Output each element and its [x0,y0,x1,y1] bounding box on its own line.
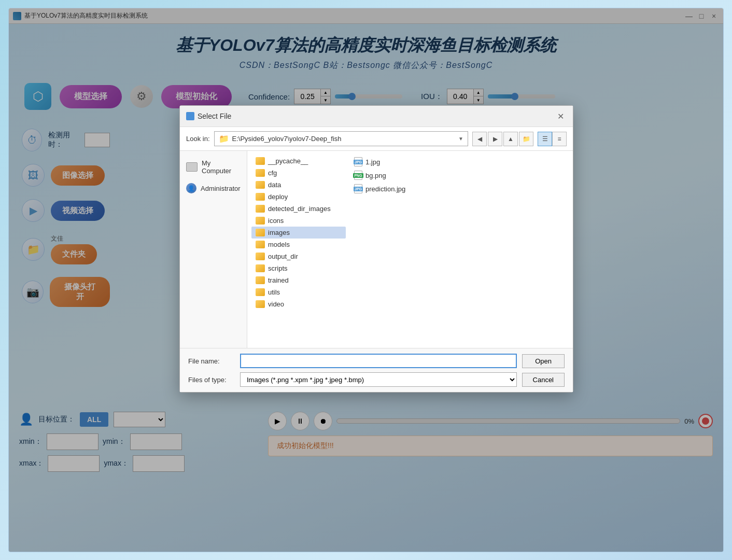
folder-column: __pycache__ cfg data deploy [251,155,350,344]
view-detail-button[interactable]: ≡ [552,132,567,146]
folder-item-images[interactable]: images [251,227,346,239]
dialog-body: My Computer 👤 Administrator __pycache__ [180,151,573,348]
folder-name-cfg: cfg [268,169,277,177]
filename-row: File name: Open [188,354,565,368]
view-list-button[interactable]: ☰ [538,132,552,146]
dialog-footer: File name: Open Files of type: Images (*… [180,348,573,392]
dialog-overlay: Select File ✕ Look in: 📁 E:\Pyside6_yolo… [9,8,723,552]
folder-name-pycache: __pycache__ [268,157,308,165]
folder-name-video: video [268,300,284,308]
computer-icon [186,162,198,172]
administrator-label: Administrator [201,185,241,192]
lookin-folder-icon: 📁 [219,134,229,144]
file-name-bgpng: bg.png [365,172,386,179]
lookin-arrow: ▼ [458,136,463,142]
folder-item-deploy[interactable]: deploy [251,191,346,203]
folder-icon-models [256,241,265,248]
nav-up-button[interactable]: ▲ [503,132,518,146]
file-item-bgpng[interactable]: PNG bg.png [350,169,569,182]
file-name-1jpg: 1.jpg [365,158,380,166]
folder-name-data: data [268,181,281,189]
folder-icon-output [256,253,265,260]
files-column: JPG 1.jpg PNG bg.png JPG prediction.jpg [350,155,569,344]
nav-new-folder-button[interactable]: 📁 [519,132,533,146]
folder-item-output[interactable]: output_dir [251,250,346,262]
filetype-label: Files of type: [188,376,235,384]
dialog-file-list: __pycache__ cfg data deploy [247,151,573,348]
folder-icon-pycache [256,157,265,165]
filetype-row: Files of type: Images (*.png *.xpm *.jpg… [188,372,565,387]
folder-name-images: images [268,229,290,236]
file-icon-1jpg: JPG [354,157,362,166]
folder-item-icons[interactable]: icons [251,215,346,227]
file-name-predictionjpg: prediction.jpg [365,185,405,193]
lookin-label: Look in: [186,135,210,143]
file-item-1jpg[interactable]: JPG 1.jpg [350,155,569,169]
folder-icon-deploy [256,193,265,201]
main-window: 基于YOLOv7算法的高精度实时目标检测系统 — □ × 基于YOLOv7算法的… [8,8,724,552]
file-icon-bgpng: PNG [354,171,362,180]
file-icon-predictionjpg: JPG [354,184,362,193]
nav-forward-button[interactable]: ▶ [488,132,502,146]
dialog-title-bar: Select File ✕ [180,106,573,127]
open-button[interactable]: Open [522,354,565,368]
folder-name-utils: utils [268,288,280,296]
view-buttons: ☰ ≡ [538,132,567,146]
dialog-title-icon [186,112,194,120]
folder-icon-icons [256,217,265,225]
mycomputer-label: My Computer [202,159,241,175]
folder-item-cfg[interactable]: cfg [251,167,346,179]
dialog-sidebar: My Computer 👤 Administrator [180,151,247,348]
lookin-path: E:\Pyside6_yolov7\yolov7-Deep_fish [232,135,456,143]
folder-name-icons: icons [268,217,284,225]
folder-icon-utils [256,288,265,296]
filename-input[interactable] [240,354,517,368]
folder-icon-cfg [256,169,265,177]
filename-label: File name: [188,357,235,365]
folder-item-models[interactable]: models [251,239,346,250]
cancel-button[interactable]: Cancel [522,373,565,387]
folder-item-pycache[interactable]: __pycache__ [251,155,346,167]
dialog-title-text: Select File [198,112,231,120]
folder-name-trained: trained [268,276,289,284]
folder-item-utils[interactable]: utils [251,286,346,298]
folder-item-data[interactable]: data [251,179,346,191]
folder-icon-data [256,181,265,189]
sidebar-item-mycomputer[interactable]: My Computer [180,155,247,179]
nav-back-button[interactable]: ◀ [472,132,487,146]
folder-icon-video [256,300,265,308]
dialog-close-button[interactable]: ✕ [554,110,567,122]
folder-item-detected[interactable]: detected_dir_images [251,203,346,215]
folder-icon-trained [256,276,265,284]
file-item-predictionjpg[interactable]: JPG prediction.jpg [350,182,569,195]
folder-name-scripts: scripts [268,264,288,272]
file-dialog: Select File ✕ Look in: 📁 E:\Pyside6_yolo… [179,105,573,393]
sidebar-item-administrator[interactable]: 👤 Administrator [180,179,247,198]
folder-icon-scripts [256,264,265,272]
dialog-toolbar: Look in: 📁 E:\Pyside6_yolov7\yolov7-Deep… [180,127,573,151]
lookin-combo[interactable]: 📁 E:\Pyside6_yolov7\yolov7-Deep_fish ▼ [214,131,468,146]
admin-icon: 👤 [186,183,196,193]
folder-name-detected: detected_dir_images [268,205,331,213]
folder-name-models: models [268,241,290,248]
filetype-select[interactable]: Images (*.png *.xpm *.jpg *.jpeg *.bmp) [240,372,517,387]
folder-item-video[interactable]: video [251,298,346,310]
folder-item-scripts[interactable]: scripts [251,262,346,274]
nav-buttons: ◀ ▶ ▲ 📁 [472,132,533,146]
folder-name-deploy: deploy [268,193,288,201]
dialog-title: Select File [186,112,231,120]
folder-icon-images [256,229,265,236]
folder-icon-detected [256,205,265,213]
folder-name-output: output_dir [268,253,298,260]
folder-item-trained[interactable]: trained [251,274,346,286]
